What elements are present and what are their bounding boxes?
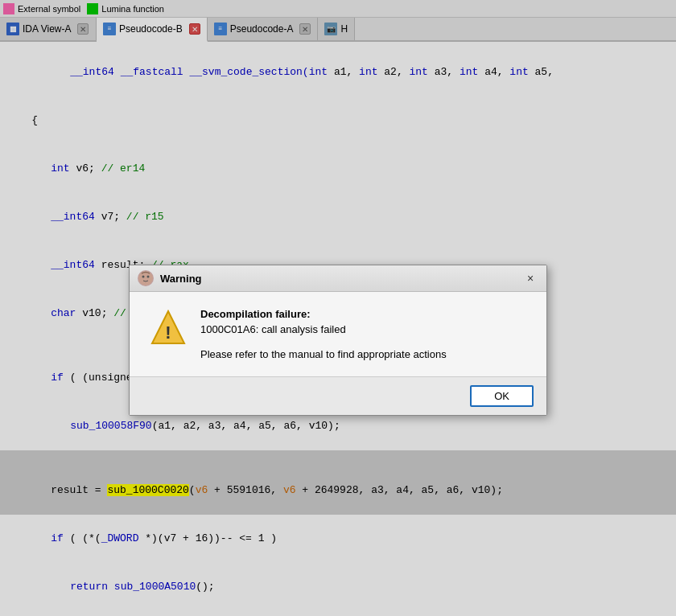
- dialog-error-body: Please refer to the manual to find appro…: [200, 348, 527, 360]
- dialog-title-icon: [138, 270, 154, 286]
- dialog-title-bar: Warning ×: [130, 265, 546, 292]
- face-icon: [138, 270, 154, 286]
- warning-triangle-icon: !: [149, 308, 188, 347]
- dialog-overlay: Warning × ! Decompilation failure: 1000C…: [0, 0, 676, 616]
- svg-point-1: [142, 276, 145, 278]
- dialog-error-sub: 1000C01A6: call analysis failed: [200, 323, 527, 335]
- dialog-title-text: Warning: [160, 273, 516, 285]
- dialog-body: ! Decompilation failure: 1000C01A6: call…: [130, 292, 546, 376]
- svg-text:!: !: [165, 322, 171, 343]
- ok-button[interactable]: OK: [470, 385, 534, 407]
- warning-dialog: Warning × ! Decompilation failure: 1000C…: [129, 265, 547, 416]
- dialog-error-title: Decompilation failure:: [200, 308, 527, 320]
- svg-point-2: [147, 276, 150, 278]
- dialog-message: Decompilation failure: 1000C01A6: call a…: [200, 308, 527, 360]
- svg-point-0: [138, 271, 153, 285]
- dialog-close-button[interactable]: ×: [522, 270, 538, 286]
- dialog-footer: OK: [130, 376, 546, 415]
